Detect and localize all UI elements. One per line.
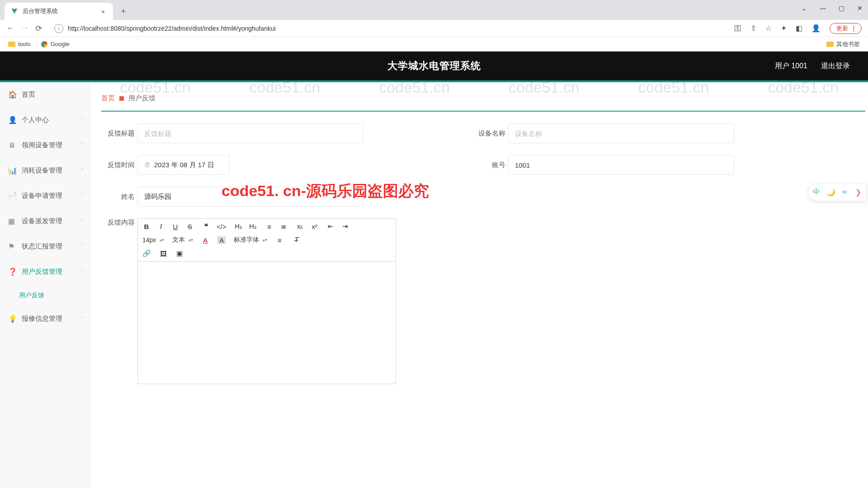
new-tab-button[interactable]: + [117, 5, 130, 18]
screen-icon: 🖥 [8, 141, 17, 150]
title-input[interactable] [137, 123, 363, 143]
ordered-list-button[interactable]: ≡ [265, 223, 274, 230]
sidebar-item-label: 首页 [22, 90, 35, 99]
url-text: http://localhost:8080/springbootrze22/ad… [68, 25, 276, 32]
sidebar-item-1[interactable]: 👤个人中心˅ [0, 108, 90, 133]
bookmark-google[interactable]: Google [41, 41, 69, 47]
sidebar-item-2[interactable]: 🖥领用设备管理˅ [0, 133, 90, 158]
bookmark-tools[interactable]: tools [8, 41, 30, 47]
align-button[interactable]: ≡ [275, 236, 283, 244]
watermark-overlay: code51. cn-源码乐园盗图必究 [222, 181, 429, 202]
editor-toolbar: B I U S ❝ </> H₁ H₂ [138, 219, 396, 262]
underline-button[interactable]: U [171, 223, 179, 230]
name-label: 姓名 [101, 192, 135, 201]
sidebar-item-7[interactable]: ❓用户反馈管理˄ [0, 259, 90, 285]
star-icon[interactable]: ☆ [765, 24, 772, 33]
rich-text-editor: B I U S ❝ </> H₁ H₂ [137, 218, 396, 384]
glasses-icon[interactable]: ᯣ [842, 188, 849, 197]
sidebar-item-0[interactable]: 🏠首页 [0, 82, 90, 108]
other-bookmarks[interactable]: 其他书签 [826, 40, 860, 48]
image-button[interactable]: 🖼 [159, 250, 167, 258]
breadcrumb-current: 用户反馈 [128, 94, 156, 103]
bg-color-button[interactable]: A [217, 236, 226, 244]
sidebar-item-label: 报修信息管理 [22, 314, 62, 323]
sidebar: 🏠首页👤个人中心˅🖥领用设备管理˅📊消耗设备管理˅📄设备申请管理˅▦设备派发管理… [0, 82, 90, 488]
font-family-select[interactable]: 标准字体▴▾ [234, 236, 267, 244]
site-info-icon[interactable]: i [54, 24, 63, 33]
key-icon[interactable]: ⚿ [734, 24, 741, 33]
profile-icon[interactable]: 👤 [811, 24, 821, 33]
sidebar-item-5[interactable]: ▦设备派发管理˅ [0, 209, 90, 234]
sidebar-item-label: 用户反馈管理 [22, 267, 62, 276]
account-label: 账号 [483, 161, 505, 169]
close-window-icon[interactable]: ✕ [857, 5, 863, 12]
url-field[interactable]: i http://localhost:8080/springbootrze22/… [50, 22, 728, 35]
breadcrumb-home[interactable]: 首页 [101, 94, 115, 103]
unordered-list-button[interactable]: ≣ [280, 222, 288, 230]
text-style-select[interactable]: 文本▴▾ [172, 236, 193, 244]
user-label[interactable]: 用户 1001 [775, 61, 807, 71]
link-button[interactable]: 🔗 [142, 249, 151, 258]
flag-icon: ⚑ [8, 242, 17, 251]
video-button[interactable]: ▣ [175, 249, 184, 258]
device-input[interactable] [508, 123, 734, 143]
folder-icon [826, 42, 834, 47]
editor-textarea[interactable] [138, 262, 396, 384]
bookmarks-bar: tools Google 其他书签 [0, 37, 868, 52]
share-icon[interactable]: ⇪ [750, 24, 756, 33]
bold-button[interactable]: B [142, 223, 151, 230]
extensions-icon[interactable]: ✦ [781, 24, 787, 33]
minimize-icon[interactable]: — [820, 5, 826, 12]
font-size-select[interactable]: 14px▴▾ [142, 236, 164, 244]
tab-title: 后台管理系统 [23, 7, 99, 15]
arrow-right-icon[interactable]: ❯ [855, 188, 861, 197]
sidebar-item-6[interactable]: ⚑状态汇报管理˅ [0, 234, 90, 259]
moon-icon[interactable]: 🌙 [826, 188, 835, 197]
sidebar-item-label: 消耗设备管理 [22, 166, 62, 175]
time-input[interactable]: 🗓 2023 年 08 月 17 日 [137, 155, 230, 175]
superscript-button[interactable]: x² [311, 223, 319, 230]
time-value: 2023 年 08 月 17 日 [154, 161, 214, 169]
window-controls: ⌄ — ▢ ✕ [802, 5, 863, 12]
font-color-button[interactable]: A [201, 236, 209, 244]
h1-button[interactable]: H₁ [235, 222, 243, 230]
maximize-icon[interactable]: ▢ [839, 5, 844, 12]
reload-icon[interactable]: ⟳ [35, 23, 43, 33]
back-icon[interactable]: ← [6, 23, 14, 33]
sidebar-item-3[interactable]: 📊消耗设备管理˅ [0, 158, 90, 183]
bulb-icon: 💡 [8, 314, 17, 323]
chevron-icon: ˅ [81, 168, 84, 174]
sidebar-item-label: 设备申请管理 [22, 192, 62, 200]
lang-icon[interactable]: 中 [813, 188, 820, 197]
separator-icon [119, 96, 124, 101]
close-icon[interactable]: × [99, 8, 107, 15]
subscript-button[interactable]: x₂ [296, 222, 304, 230]
clear-format-button[interactable]: T̶ [292, 236, 300, 244]
h2-button[interactable]: H₂ [249, 222, 257, 230]
app-title: 大学城水电管理系统 [387, 59, 481, 73]
sidepanel-icon[interactable]: ◧ [796, 24, 802, 33]
sidebar-subitem[interactable]: 用户反馈 [0, 285, 90, 306]
user-icon: 👤 [8, 116, 17, 124]
update-button[interactable]: 更新⋮ [830, 23, 862, 34]
grid-icon: ▦ [8, 217, 17, 225]
quote-button[interactable]: ❝ [202, 222, 210, 230]
strike-button[interactable]: S [186, 223, 194, 230]
chevron-down-icon[interactable]: ⌄ [802, 5, 807, 12]
breadcrumb: 首页 用户反馈 [101, 91, 865, 112]
sidebar-item-4[interactable]: 📄设备申请管理˅ [0, 183, 90, 209]
app-header: 大学城水电管理系统 用户 1001 退出登录 [0, 52, 868, 82]
sidebar-item-8[interactable]: 💡报修信息管理˅ [0, 306, 90, 332]
assist-floater[interactable]: 中 🌙 ᯣ ❯ [808, 183, 866, 201]
feedback-form: 反馈标题 设备名称 反馈时间 🗓 2023 年 08 月 17 日 [101, 112, 865, 384]
browser-tab[interactable]: 后台管理系统 × [5, 3, 113, 20]
indent-button[interactable]: ⇥ [341, 222, 349, 230]
code-button[interactable]: </> [217, 223, 226, 230]
main-content: code51.cncode51.cncode51.cncode51.cncode… [90, 82, 868, 488]
outdent-button[interactable]: ⇤ [327, 222, 335, 230]
folder-icon [8, 42, 15, 47]
note-icon: 📄 [8, 192, 17, 200]
italic-button[interactable]: I [157, 223, 165, 230]
account-input[interactable] [508, 155, 734, 175]
logout-button[interactable]: 退出登录 [821, 61, 850, 71]
